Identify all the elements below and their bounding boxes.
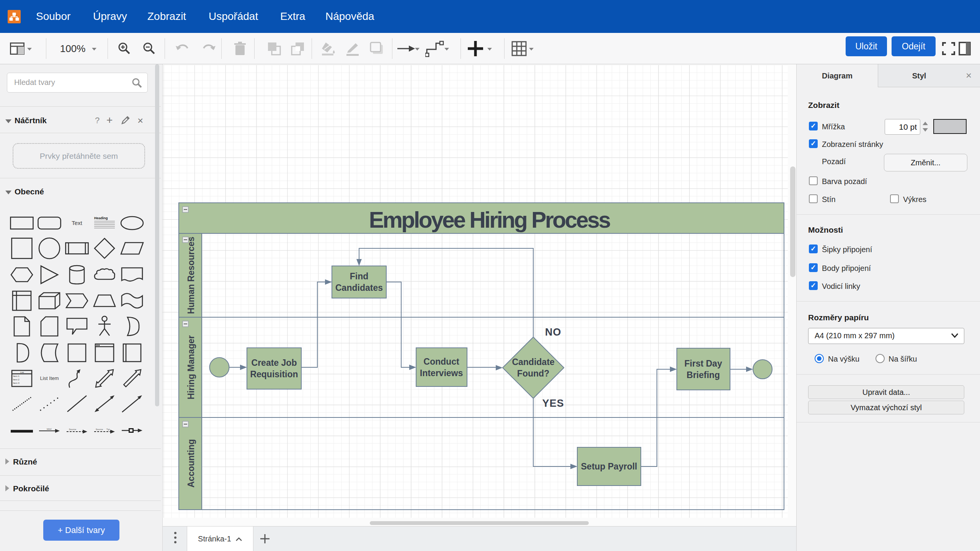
svg-text:NO: NO: [545, 326, 562, 338]
svg-text:Heading: Heading: [94, 216, 108, 220]
svg-text:Human Resources: Human Resources: [186, 237, 196, 314]
svg-text:Tgt: Tgt: [106, 428, 110, 430]
svg-text:Accounting: Accounting: [186, 439, 196, 488]
svg-text:Source: Source: [69, 428, 77, 430]
svg-text:Item 1: Item 1: [13, 375, 20, 377]
svg-text:label: label: [47, 428, 52, 430]
svg-text:List Item: List Item: [40, 375, 59, 381]
svg-text:Hiring Manager: Hiring Manager: [186, 335, 196, 399]
svg-text:YES: YES: [542, 398, 564, 409]
svg-text:List: List: [20, 371, 24, 373]
svg-text:Item 2: Item 2: [13, 378, 20, 381]
svg-text:Setup Payroll: Setup Payroll: [581, 461, 637, 471]
svg-text:Source: Source: [96, 428, 103, 430]
svg-text:Text: Text: [72, 220, 82, 226]
svg-text:Employee Hiring Process: Employee Hiring Process: [369, 207, 611, 233]
svg-text:Item 3: Item 3: [13, 382, 20, 384]
